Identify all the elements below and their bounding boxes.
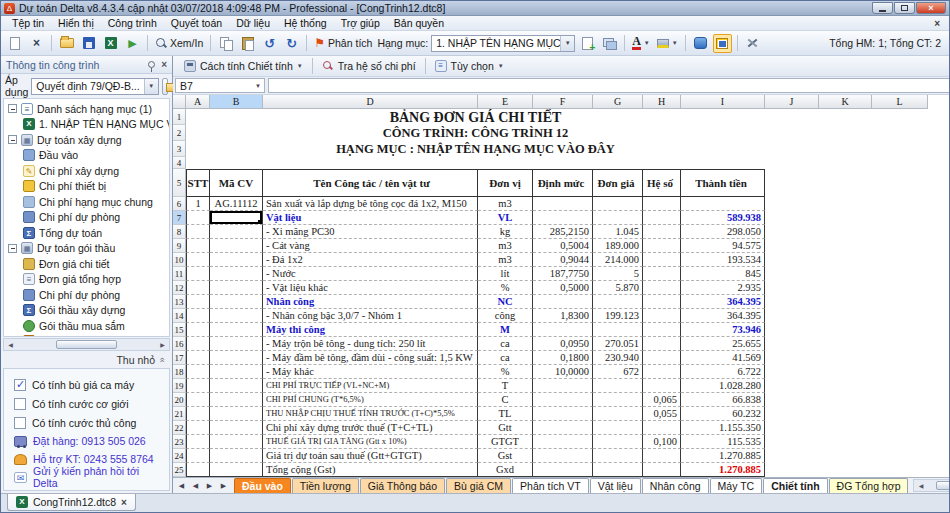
export-excel-button[interactable]: X (101, 34, 120, 53)
cell-dinh-muc[interactable]: 1,8300 (533, 309, 593, 323)
redo-button[interactable]: ↻ (282, 34, 301, 53)
cell-dinh-muc[interactable]: 0,1800 (533, 351, 593, 365)
cell-ma-cv[interactable] (210, 267, 263, 281)
sheet-tab[interactable]: Chiết tính (763, 478, 827, 493)
tree-item[interactable]: Đầu vào (4, 148, 169, 164)
cell-don-gia[interactable] (593, 435, 643, 449)
tree-item[interactable]: Gói thầu mua sắm (4, 318, 169, 334)
tree-item[interactable]: Dự toán xây dựng (4, 132, 169, 148)
cell-thanh-tien[interactable]: 1.270.885 (681, 463, 765, 477)
cell-don-gia[interactable]: 230.940 (593, 351, 643, 365)
cell-stt[interactable] (186, 253, 210, 267)
row-header[interactable]: 7 (173, 211, 186, 225)
cell-he-so[interactable] (643, 421, 681, 435)
tree-item[interactable]: Danh sách hạng mục (1) (4, 101, 169, 117)
document-tab[interactable]: X CongTrinh12.dtc8 × (7, 494, 136, 511)
cell-don-vi[interactable]: lít (478, 267, 533, 281)
cell-don-gia[interactable]: 1.045 (593, 225, 643, 239)
tab-scroll-first-icon[interactable]: ◀ (175, 479, 188, 492)
cell-ten-cong-tac[interactable]: - Cát vàng (263, 239, 478, 253)
cell-ten-cong-tac[interactable]: - Nhân công bậc 3,0/7 - Nhóm 1 (263, 309, 478, 323)
column-header[interactable]: F (533, 95, 593, 109)
cell-he-so[interactable] (643, 225, 681, 239)
cell-don-vi[interactable]: VL (478, 211, 533, 225)
pin-icon[interactable] (148, 61, 155, 68)
cell-stt[interactable] (186, 309, 210, 323)
tools-button[interactable] (743, 34, 762, 53)
cell-he-so[interactable]: 0,100 (643, 435, 681, 449)
cell-ma-cv[interactable] (210, 211, 263, 225)
sheet-tab[interactable]: Bù giá CM (446, 478, 511, 493)
column-header[interactable]: E (478, 95, 533, 109)
column-header[interactable]: L (872, 95, 928, 109)
web-button[interactable] (691, 34, 710, 53)
analyze-button[interactable]: ⚑Phân tích (312, 34, 374, 53)
cell-stt[interactable] (186, 337, 210, 351)
cell-stt[interactable] (186, 393, 210, 407)
sheet-tab[interactable]: Máy TC (710, 478, 763, 493)
cell-ten-cong-tac[interactable]: Tổng cộng (Gst) (263, 463, 478, 477)
row-header[interactable]: 1 (173, 109, 186, 125)
cell-don-gia[interactable] (593, 421, 643, 435)
cell-stt[interactable] (186, 351, 210, 365)
row-header[interactable]: 6 (173, 197, 186, 211)
cell-stt[interactable]: 1 (186, 197, 210, 211)
header-he-so[interactable]: Hệ số (643, 169, 681, 197)
cell-he-so[interactable]: 0,055 (643, 407, 681, 421)
cell-dinh-muc[interactable] (533, 449, 593, 463)
cell-stt[interactable] (186, 267, 210, 281)
cell-he-so[interactable] (643, 309, 681, 323)
column-header[interactable]: G (593, 95, 643, 109)
cell-dinh-muc[interactable]: 0,0950 (533, 337, 593, 351)
cell-ma-cv[interactable] (210, 225, 263, 239)
collapse-link[interactable]: Thu nhỏ » (1, 352, 172, 368)
cell-thanh-tien[interactable]: 364.395 (681, 309, 765, 323)
row-header[interactable]: 15 (173, 323, 186, 337)
row-header[interactable]: 22 (173, 421, 186, 435)
sheet-tab[interactable]: ĐG Tổng hợp (829, 478, 909, 493)
font-color-button[interactable]: A▼ (630, 34, 652, 53)
cell-dinh-muc[interactable]: 0,9044 (533, 253, 593, 267)
cell-thanh-tien[interactable]: 60.232 (681, 407, 765, 421)
cell-don-vi[interactable]: C (478, 393, 533, 407)
cell-ten-cong-tac[interactable]: - Máy trộn bê tông - dung tích: 250 lít (263, 337, 478, 351)
cell-don-gia[interactable]: 5.870 (593, 281, 643, 295)
row-header[interactable]: 10 (173, 253, 186, 267)
cell-don-gia[interactable]: 5 (593, 267, 643, 281)
sheet-tab[interactable]: Đầu vào (234, 478, 291, 493)
menu-item[interactable]: Dữ liệu (229, 17, 277, 29)
sheet-tab[interactable]: Phân tích VT (512, 478, 589, 493)
cell-ten-cong-tac[interactable]: - Máy đầm bê tông, đầm dùi - công suất: … (263, 351, 478, 365)
cell-thanh-tien[interactable]: 845 (681, 267, 765, 281)
tra-he-so-button[interactable]: Tra hệ số chi phí (317, 58, 421, 75)
cell-he-so[interactable] (643, 267, 681, 281)
scrollbar-thumb[interactable] (936, 481, 950, 490)
cell-don-gia[interactable]: 672 (593, 365, 643, 379)
row-header[interactable]: 2 (173, 125, 186, 141)
cell-thanh-tien[interactable]: 6.722 (681, 365, 765, 379)
cell-don-gia[interactable] (593, 463, 643, 477)
cell-don-vi[interactable]: m3 (478, 239, 533, 253)
document-close-icon[interactable]: × (929, 18, 945, 29)
cell-dinh-muc[interactable] (533, 393, 593, 407)
checkbox-row[interactable]: Có tính bù giá ca máy (14, 375, 163, 394)
row-header[interactable]: 21 (173, 407, 186, 421)
row-header[interactable]: 14 (173, 309, 186, 323)
cell-thanh-tien[interactable]: 66.838 (681, 393, 765, 407)
cell-ma-cv[interactable] (210, 463, 263, 477)
header-stt[interactable]: STT (186, 169, 210, 197)
panel-close-icon[interactable]: × (161, 59, 167, 70)
select-all-corner[interactable] (173, 95, 186, 109)
tree-item[interactable]: Gói thầu tư vấn (4, 334, 169, 338)
cell-ten-cong-tac[interactable]: - Máy khác (263, 365, 478, 379)
expander-icon[interactable] (8, 135, 17, 144)
chevron-down-icon[interactable]: ▼ (560, 36, 574, 51)
cell-he-so[interactable] (643, 365, 681, 379)
cell-ma-cv[interactable] (210, 337, 263, 351)
row-header[interactable]: 25 (173, 463, 186, 477)
header-thanh-tien[interactable]: Thành tiền (681, 169, 765, 197)
cell-ma-cv[interactable] (210, 351, 263, 365)
cell-stt[interactable] (186, 225, 210, 239)
cell-stt[interactable] (186, 435, 210, 449)
cell-thanh-tien[interactable]: 115.535 (681, 435, 765, 449)
